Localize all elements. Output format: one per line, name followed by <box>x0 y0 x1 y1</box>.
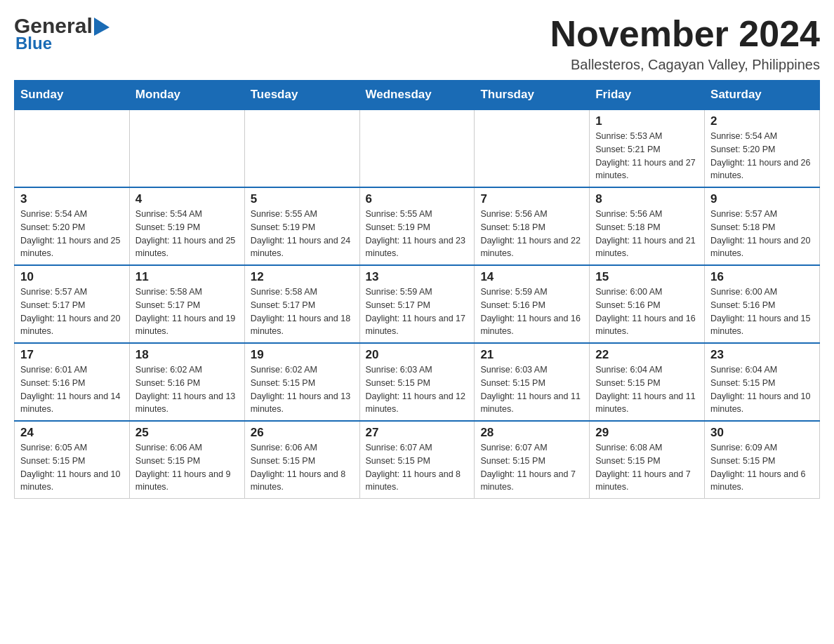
calendar-day-cell: 30Sunrise: 6:09 AMSunset: 5:15 PMDayligh… <box>705 421 820 499</box>
calendar-day-cell: 25Sunrise: 6:06 AMSunset: 5:15 PMDayligh… <box>129 421 244 499</box>
calendar-day-cell: 9Sunrise: 5:57 AMSunset: 5:18 PMDaylight… <box>705 187 820 265</box>
day-info: Sunrise: 5:57 AMSunset: 5:18 PMDaylight:… <box>710 208 814 260</box>
location-title: Ballesteros, Cagayan Valley, Philippines <box>550 57 820 73</box>
day-info: Sunrise: 5:54 AMSunset: 5:19 PMDaylight:… <box>135 208 239 260</box>
calendar-day-cell: 26Sunrise: 6:06 AMSunset: 5:15 PMDayligh… <box>244 421 359 499</box>
day-number: 23 <box>710 348 814 362</box>
calendar-day-cell: 3Sunrise: 5:54 AMSunset: 5:20 PMDaylight… <box>15 187 130 265</box>
day-number: 2 <box>710 114 814 128</box>
calendar-day-cell: 8Sunrise: 5:56 AMSunset: 5:18 PMDaylight… <box>590 187 705 265</box>
day-number: 5 <box>251 192 354 206</box>
calendar-week-row: 10Sunrise: 5:57 AMSunset: 5:17 PMDayligh… <box>15 265 820 343</box>
logo-area: General Blue <box>14 14 110 53</box>
day-info: Sunrise: 5:58 AMSunset: 5:17 PMDaylight:… <box>135 286 239 338</box>
day-info: Sunrise: 6:00 AMSunset: 5:16 PMDaylight:… <box>595 286 699 338</box>
title-area: November 2024 Ballesteros, Cagayan Valle… <box>550 14 820 73</box>
day-info: Sunrise: 6:05 AMSunset: 5:15 PMDaylight:… <box>20 441 124 494</box>
day-info: Sunrise: 6:06 AMSunset: 5:15 PMDaylight:… <box>135 441 239 494</box>
day-info: Sunrise: 5:56 AMSunset: 5:18 PMDaylight:… <box>480 208 583 260</box>
day-number: 28 <box>480 426 583 440</box>
day-number: 15 <box>595 270 699 284</box>
calendar-header-tuesday: Tuesday <box>244 81 359 110</box>
day-number: 10 <box>20 270 124 284</box>
day-info: Sunrise: 6:04 AMSunset: 5:15 PMDaylight:… <box>595 363 699 416</box>
logo-blue-text: Blue <box>14 34 52 53</box>
calendar-day-cell: 14Sunrise: 5:59 AMSunset: 5:16 PMDayligh… <box>475 265 590 343</box>
day-info: Sunrise: 6:07 AMSunset: 5:15 PMDaylight:… <box>366 441 469 494</box>
day-info: Sunrise: 6:08 AMSunset: 5:15 PMDaylight:… <box>595 441 699 494</box>
day-number: 26 <box>251 426 354 440</box>
day-info: Sunrise: 6:04 AMSunset: 5:15 PMDaylight:… <box>710 363 814 416</box>
day-number: 6 <box>366 192 469 206</box>
calendar-day-cell <box>244 109 359 187</box>
day-number: 13 <box>366 270 469 284</box>
svg-marker-0 <box>94 18 110 36</box>
calendar-week-row: 24Sunrise: 6:05 AMSunset: 5:15 PMDayligh… <box>15 421 820 499</box>
calendar-day-cell <box>359 109 475 187</box>
day-info: Sunrise: 5:56 AMSunset: 5:18 PMDaylight:… <box>595 208 699 260</box>
calendar-header-sunday: Sunday <box>15 81 130 110</box>
calendar-day-cell: 22Sunrise: 6:04 AMSunset: 5:15 PMDayligh… <box>590 343 705 421</box>
day-info: Sunrise: 6:09 AMSunset: 5:15 PMDaylight:… <box>710 441 814 494</box>
calendar-day-cell <box>475 109 590 187</box>
day-number: 14 <box>480 270 583 284</box>
day-info: Sunrise: 6:06 AMSunset: 5:15 PMDaylight:… <box>251 441 354 494</box>
calendar-day-cell: 5Sunrise: 5:55 AMSunset: 5:19 PMDaylight… <box>244 187 359 265</box>
calendar-day-cell: 28Sunrise: 6:07 AMSunset: 5:15 PMDayligh… <box>475 421 590 499</box>
calendar-day-cell: 23Sunrise: 6:04 AMSunset: 5:15 PMDayligh… <box>705 343 820 421</box>
day-number: 27 <box>366 426 469 440</box>
calendar-day-cell: 19Sunrise: 6:02 AMSunset: 5:15 PMDayligh… <box>244 343 359 421</box>
calendar-day-cell: 11Sunrise: 5:58 AMSunset: 5:17 PMDayligh… <box>129 265 244 343</box>
day-info: Sunrise: 5:57 AMSunset: 5:17 PMDaylight:… <box>20 286 124 338</box>
day-info: Sunrise: 5:53 AMSunset: 5:21 PMDaylight:… <box>595 130 699 182</box>
month-title: November 2024 <box>550 14 820 54</box>
day-number: 12 <box>251 270 354 284</box>
calendar-day-cell: 6Sunrise: 5:55 AMSunset: 5:19 PMDaylight… <box>359 187 475 265</box>
day-number: 18 <box>135 348 239 362</box>
day-number: 17 <box>20 348 124 362</box>
calendar-week-row: 3Sunrise: 5:54 AMSunset: 5:20 PMDaylight… <box>15 187 820 265</box>
day-info: Sunrise: 6:01 AMSunset: 5:16 PMDaylight:… <box>20 363 124 416</box>
day-number: 29 <box>595 426 699 440</box>
day-number: 16 <box>710 270 814 284</box>
day-number: 19 <box>251 348 354 362</box>
day-info: Sunrise: 5:55 AMSunset: 5:19 PMDaylight:… <box>251 208 354 260</box>
calendar-day-cell: 21Sunrise: 6:03 AMSunset: 5:15 PMDayligh… <box>475 343 590 421</box>
day-info: Sunrise: 5:54 AMSunset: 5:20 PMDaylight:… <box>20 208 124 260</box>
calendar-header-saturday: Saturday <box>705 81 820 110</box>
day-info: Sunrise: 6:03 AMSunset: 5:15 PMDaylight:… <box>480 363 583 416</box>
day-number: 20 <box>366 348 469 362</box>
calendar-header-monday: Monday <box>129 81 244 110</box>
day-number: 25 <box>135 426 239 440</box>
day-info: Sunrise: 5:58 AMSunset: 5:17 PMDaylight:… <box>251 286 354 338</box>
calendar-week-row: 17Sunrise: 6:01 AMSunset: 5:16 PMDayligh… <box>15 343 820 421</box>
calendar-day-cell: 16Sunrise: 6:00 AMSunset: 5:16 PMDayligh… <box>705 265 820 343</box>
calendar-day-cell: 17Sunrise: 6:01 AMSunset: 5:16 PMDayligh… <box>15 343 130 421</box>
day-number: 21 <box>480 348 583 362</box>
calendar-day-cell: 18Sunrise: 6:02 AMSunset: 5:16 PMDayligh… <box>129 343 244 421</box>
calendar-day-cell: 12Sunrise: 5:58 AMSunset: 5:17 PMDayligh… <box>244 265 359 343</box>
calendar-header-thursday: Thursday <box>475 81 590 110</box>
day-number: 7 <box>480 192 583 206</box>
calendar-day-cell <box>15 109 130 187</box>
day-info: Sunrise: 5:54 AMSunset: 5:20 PMDaylight:… <box>710 130 814 182</box>
calendar-day-cell: 2Sunrise: 5:54 AMSunset: 5:20 PMDaylight… <box>705 109 820 187</box>
day-number: 4 <box>135 192 239 206</box>
day-info: Sunrise: 6:00 AMSunset: 5:16 PMDaylight:… <box>710 286 814 338</box>
day-number: 8 <box>595 192 699 206</box>
calendar-day-cell: 20Sunrise: 6:03 AMSunset: 5:15 PMDayligh… <box>359 343 475 421</box>
day-info: Sunrise: 5:59 AMSunset: 5:17 PMDaylight:… <box>366 286 469 338</box>
day-number: 9 <box>710 192 814 206</box>
calendar-day-cell <box>129 109 244 187</box>
calendar-day-cell: 15Sunrise: 6:00 AMSunset: 5:16 PMDayligh… <box>590 265 705 343</box>
calendar-day-cell: 10Sunrise: 5:57 AMSunset: 5:17 PMDayligh… <box>15 265 130 343</box>
day-number: 22 <box>595 348 699 362</box>
page-header: General Blue November 2024 Ballesteros, … <box>14 14 820 73</box>
calendar-day-cell: 24Sunrise: 6:05 AMSunset: 5:15 PMDayligh… <box>15 421 130 499</box>
calendar-day-cell: 4Sunrise: 5:54 AMSunset: 5:19 PMDaylight… <box>129 187 244 265</box>
calendar-day-cell: 29Sunrise: 6:08 AMSunset: 5:15 PMDayligh… <box>590 421 705 499</box>
day-number: 30 <box>710 426 814 440</box>
calendar-header-friday: Friday <box>590 81 705 110</box>
calendar-day-cell: 27Sunrise: 6:07 AMSunset: 5:15 PMDayligh… <box>359 421 475 499</box>
calendar-day-cell: 1Sunrise: 5:53 AMSunset: 5:21 PMDaylight… <box>590 109 705 187</box>
